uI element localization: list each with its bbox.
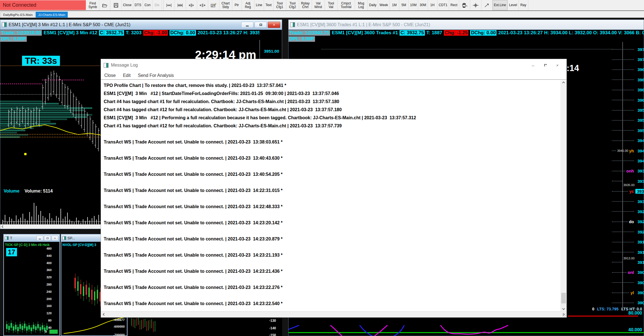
scroll-down-icon[interactable]: [562, 307, 565, 310]
message-log-button[interactable]: Msg Log: [355, 0, 368, 10]
text-tool-button[interactable]: Text: [264, 0, 273, 10]
replay-chart-button[interactable]: Rplay Chrt: [299, 0, 312, 10]
bar-spacing-decrease-button[interactable]: [164, 0, 175, 10]
datetime-label: 2021-03-23 13:26:27 H: 3934.00 L: 3932.0…: [498, 30, 644, 36]
close-button[interactable]: ×: [268, 22, 280, 28]
minimize-button[interactable]: [241, 22, 253, 28]
pointer-button[interactable]: Ptr: [232, 0, 242, 10]
price-tick-label: 3969.00: [635, 67, 644, 72]
tool-values-button[interactable]: Tool Val: [325, 0, 338, 10]
connect-button[interactable]: Con: [143, 0, 152, 10]
scroll-left-icon[interactable]: [2, 225, 4, 228]
timeframe-cdt1-button[interactable]: CDT1: [437, 0, 449, 10]
tick-zero-label: 0: [45, 330, 47, 333]
pan-tool-button[interactable]: [459, 0, 470, 10]
gridline-stub: [612, 262, 622, 262]
gridline-stub: [612, 201, 634, 202]
scroll-up-icon[interactable]: [562, 82, 565, 84]
extend-line-toggle[interactable]: Ext.Line: [493, 0, 508, 10]
bar-spacing-decrease-icon: [166, 3, 172, 7]
close-icon: ×: [54, 237, 56, 240]
timeframe-week-button[interactable]: Week: [378, 0, 389, 10]
tool-config1-button[interactable]: Tool Cfg1: [273, 0, 286, 10]
volume-study-label: Volume: [4, 189, 20, 193]
left-chart-titlebar[interactable]: ESM1 [CV][M] 3 Min #12 L:1 | E-Mini S&P …: [0, 20, 282, 30]
message-log-titlebar[interactable]: Message Log – ×: [101, 59, 566, 71]
timeframe-1h-button[interactable]: 1H: [428, 0, 437, 10]
adjust-region-button[interactable]: Adj Reg: [242, 0, 255, 10]
price-tick-label: 3939.00: [635, 169, 644, 173]
ray-mode-button[interactable]: Ray: [519, 0, 528, 10]
price-marker-label: do: [629, 219, 634, 224]
left-chart-header: Trade: 1@3918.00 ESM1 [CV][M] 3 Min #12 …: [0, 30, 260, 36]
minimize-button[interactable]: –: [527, 61, 539, 69]
price-tick-label: 3924.00: [635, 219, 644, 224]
message-log-vscrollbar[interactable]: [560, 80, 566, 311]
compact-tool-values-button[interactable]: Cmpct ToolVal: [338, 0, 355, 10]
tool-config2-button[interactable]: Tool Cfg2: [286, 0, 299, 10]
bar-width-decrease-button[interactable]: [186, 0, 197, 10]
timeframe-30m-button[interactable]: 30M: [418, 0, 428, 10]
timeframe-10m-button[interactable]: 10M: [409, 0, 418, 10]
chart-study-button[interactable]: Chart Stdy: [219, 0, 232, 10]
ray-tool-button[interactable]: [481, 0, 493, 10]
menu-item[interactable]: Close: [104, 73, 116, 78]
open-folder-icon: [102, 3, 107, 8]
find-symbol-button[interactable]: Find Symb: [86, 0, 99, 10]
save-button[interactable]: [110, 0, 122, 10]
chart-window-icon: [290, 22, 295, 27]
timeframe-5m-button[interactable]: 5M: [399, 0, 409, 10]
timeframe-1m-button[interactable]: 1M: [390, 0, 399, 10]
menu-item[interactable]: Send For Analysis: [138, 73, 174, 78]
message-log-content[interactable]: TPO Profile Chart | To restore the chart…: [101, 80, 560, 311]
maximize-button[interactable]: [44, 236, 51, 241]
log-message: [104, 130, 560, 138]
vscroll-thumb[interactable]: [561, 293, 566, 303]
tick-window-titlebar[interactable]: T ×: [4, 235, 59, 242]
minimize-button[interactable]: [37, 236, 43, 241]
tick-candles-graph: [5, 318, 50, 334]
panel3-candles: [129, 318, 185, 336]
gridline-stub: [612, 191, 628, 192]
scroll-left-icon[interactable]: [103, 313, 106, 316]
message-log-hscrollbar[interactable]: [101, 311, 566, 317]
bar-spacing-increase-button[interactable]: [175, 0, 186, 10]
price-marker-label: yh: [629, 148, 634, 153]
level-tool-button[interactable]: Level: [508, 0, 519, 10]
ergodic-indicator-graph: [289, 325, 644, 336]
line-tool-button[interactable]: Line: [255, 0, 264, 10]
chart-settings-button[interactable]: [208, 0, 219, 10]
price-scale-row: do 3924.00: [612, 217, 644, 227]
lts-segment: 0: [592, 307, 594, 311]
timeframe-daily-button[interactable]: Daily: [368, 0, 378, 10]
rectangle-tool-button[interactable]: Rect: [449, 0, 459, 10]
log-message: ESM1 [CV][M] 3 Min #12 | StartDateTimeFo…: [104, 89, 560, 98]
tick-scale-label: 480: [47, 247, 52, 254]
price-scale-row: 3963.00: [612, 85, 644, 95]
tab-dailybigpic-es-main[interactable]: DailyBigPic-ES-Main: [1, 12, 35, 18]
dts-button[interactable]: DTS: [133, 0, 143, 10]
log-message: [104, 194, 560, 203]
open-chartbook-button[interactable]: [99, 0, 110, 10]
maximize-icon: [260, 24, 262, 26]
chart-window-icon: [2, 22, 7, 27]
price-tick-label: 3906.00: [635, 280, 644, 285]
close-chart-button[interactable]: Close: [122, 0, 133, 10]
daily-change-label: DChg: 0.00: [170, 30, 196, 36]
values-window-button[interactable]: Val Wind: [312, 0, 325, 10]
log-message: [104, 291, 560, 300]
resize-grip[interactable]: [562, 313, 566, 317]
crosshair-tool-button[interactable]: [470, 0, 481, 10]
maximize-button[interactable]: [255, 22, 267, 28]
bar-width-increase-button[interactable]: [197, 0, 208, 10]
price-tick-label: 3936.00: [635, 179, 644, 184]
disconnect-button[interactable]: Dis: [152, 0, 162, 10]
close-button[interactable]: ×: [52, 236, 58, 241]
tab-jj-charts-es-main[interactable]: JJ-Charts-ES-Main: [36, 12, 68, 18]
volume-study-row: Volume Volume: 5114: [4, 189, 53, 194]
right-chart-header: Trade: 1@3943.75 ESM1 [CV][M] 3600 Trade…: [289, 30, 644, 36]
menu-item[interactable]: Edit: [123, 73, 131, 78]
log-message: TransAct WS | Trade Account not set. Una…: [104, 138, 560, 146]
log-message: TransAct WS | Trade Account not set. Una…: [104, 267, 560, 275]
right-chart-titlebar[interactable]: ESM1 [CV][M] 3600 Trades #1 L:1 | E-Mini…: [289, 20, 644, 30]
